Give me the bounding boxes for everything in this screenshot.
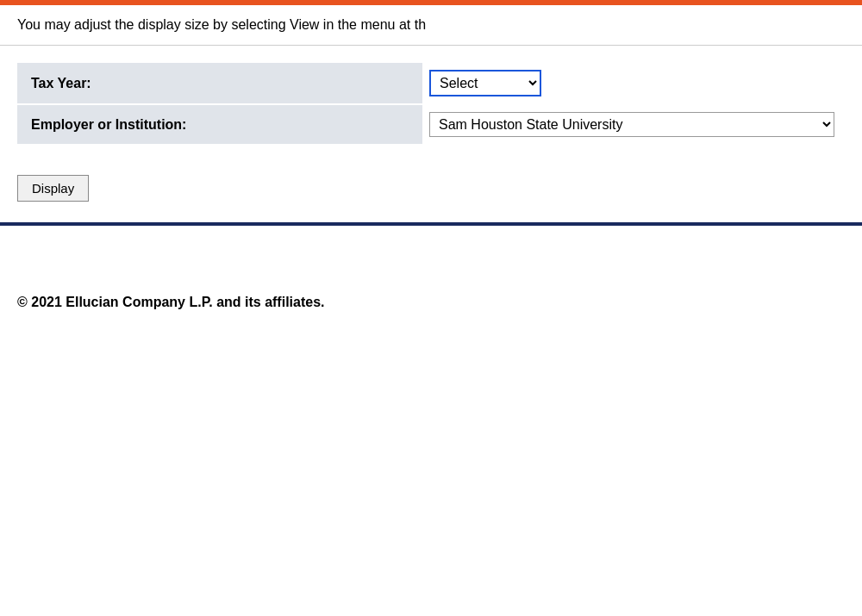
- display-button-row: Display: [0, 163, 862, 214]
- footer-area: © 2021 Ellucian Company L.P. and its aff…: [0, 226, 862, 336]
- institution-row: Employer or Institution: Sam Houston Sta…: [17, 105, 845, 144]
- form-container: Tax Year: Select Employer or Institution…: [0, 46, 862, 163]
- tax-year-row: Tax Year: Select: [17, 63, 845, 103]
- tax-year-select[interactable]: Select: [429, 70, 541, 96]
- tax-year-input-cell: Select: [422, 63, 548, 103]
- display-button[interactable]: Display: [17, 175, 89, 202]
- info-text: You may adjust the display size by selec…: [0, 5, 862, 46]
- institution-label: Employer or Institution:: [17, 105, 422, 144]
- institution-select[interactable]: Sam Houston State University: [429, 112, 834, 137]
- tax-year-label: Tax Year:: [17, 63, 422, 103]
- institution-input-cell: Sam Houston State University: [422, 105, 841, 144]
- footer-copyright: © 2021 Ellucian Company L.P. and its aff…: [17, 295, 845, 310]
